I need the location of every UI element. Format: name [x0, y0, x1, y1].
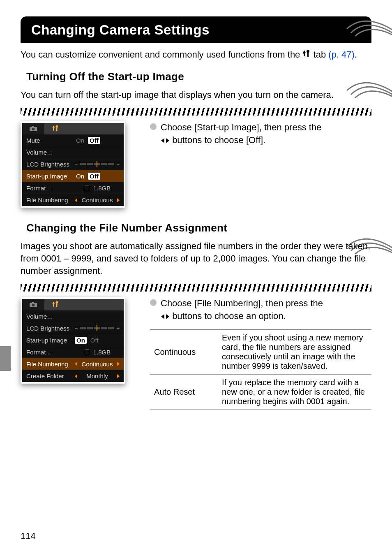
lcd-value: −+ — [75, 161, 120, 167]
lcd-row: Format…1.8GB — [22, 346, 124, 358]
lcd-value: OnOff — [75, 337, 120, 344]
lcd-row: Format…1.8GB — [22, 182, 124, 194]
lcd-row: LCD Brightness−+ — [22, 158, 124, 170]
section-intro: You can turn off the start-up image that… — [21, 89, 371, 101]
svg-marker-20 — [161, 314, 164, 319]
camera-tab-icon — [22, 299, 44, 310]
svg-point-1 — [303, 51, 306, 54]
camera-tab-icon — [22, 123, 44, 134]
lcd-screenshot-filenum: Volume…LCD Brightness−+Start-up ImageOnO… — [21, 297, 125, 384]
lcd-row: LCD Brightness−+ — [22, 322, 124, 334]
page-ref-link[interactable]: (p. 47) — [328, 49, 355, 60]
lcd-row: Volume… — [22, 146, 124, 158]
table-row: Auto Reset If you replace the memory car… — [150, 375, 371, 410]
intro-part: tab — [314, 49, 329, 60]
lcd-row: File NumberingContinuous — [22, 194, 124, 206]
lcd-label: Create Folder — [26, 373, 75, 379]
lcd-value: OnOff — [75, 137, 120, 144]
page-number: 114 — [21, 531, 36, 541]
table-row: Continuous Even if you shoot using a new… — [150, 330, 371, 375]
bullet-text: Choose [Start-up Image], then press the — [161, 122, 321, 132]
section-title-filenum: Changing the File Number Assignment — [26, 222, 371, 234]
svg-rect-15 — [32, 302, 34, 303]
lcd-row: Create FolderMonthly — [22, 370, 124, 382]
lcd-label: File Numbering — [26, 197, 75, 204]
svg-rect-3 — [307, 50, 309, 53]
svg-marker-21 — [166, 314, 169, 319]
lcd-value: Monthly — [75, 373, 120, 379]
lcd-tabs — [22, 299, 124, 310]
lcd-label: Start-up Image — [26, 173, 75, 180]
tools-tab-icon — [44, 123, 67, 134]
left-right-arrows-icon — [161, 311, 170, 324]
section-intro: Images you shoot are automatically assig… — [21, 240, 371, 277]
side-tab-marker — [0, 346, 11, 371]
bullet-text: Choose [File Numbering], then press the — [161, 298, 323, 308]
lcd-label: File Numbering — [26, 361, 75, 368]
option-name: Auto Reset — [150, 375, 218, 410]
lcd-label: LCD Brightness — [26, 325, 75, 332]
svg-point-14 — [32, 304, 35, 307]
tools-icon — [302, 50, 311, 62]
options-table: Continuous Even if you shoot using a new… — [150, 329, 371, 410]
svg-marker-11 — [161, 138, 164, 143]
intro-text: You can customize convenient and commonl… — [21, 49, 371, 62]
lcd-label: Volume… — [26, 313, 75, 320]
instruction-bullet: Choose [Start-up Image], then press the … — [150, 121, 371, 148]
lcd-value: 1.8GB — [75, 349, 120, 356]
section-divider — [21, 284, 371, 292]
lcd-label: Format… — [26, 185, 75, 192]
svg-rect-6 — [32, 126, 34, 127]
svg-rect-19 — [56, 301, 58, 303]
page-title: Changing Camera Settings — [21, 16, 371, 43]
lcd-screenshot-startup: MuteOnOffVolume…LCD Brightness−+Start-up… — [21, 121, 125, 208]
bullet-text: buttons to choose an option. — [172, 311, 286, 321]
bullet-text: buttons to choose [Off]. — [172, 135, 265, 145]
option-name: Continuous — [150, 330, 218, 375]
lcd-tabs — [22, 123, 124, 134]
lcd-value: −+ — [75, 325, 120, 331]
svg-point-8 — [53, 127, 55, 129]
intro-part: You can customize convenient and commonl… — [21, 49, 302, 60]
lcd-value: Continuous — [75, 361, 120, 368]
lcd-row: Start-up ImageOnOff — [22, 170, 124, 182]
svg-point-17 — [53, 303, 55, 305]
lcd-row: Start-up ImageOnOff — [22, 334, 124, 346]
svg-point-5 — [32, 128, 35, 131]
section-title-startup: Turning Off the Start-up Image — [26, 70, 371, 83]
lcd-label: Mute — [26, 137, 75, 144]
lcd-value: OnOff — [75, 173, 120, 180]
instruction-bullet: Choose [File Numbering], then press the … — [150, 297, 371, 324]
svg-marker-12 — [166, 138, 169, 143]
intro-part: . — [355, 49, 357, 60]
left-right-arrows-icon — [161, 135, 170, 148]
lcd-value: 1.8GB — [75, 185, 120, 192]
option-desc: If you replace the memory card with a ne… — [218, 375, 371, 410]
section-divider — [21, 108, 371, 116]
lcd-label: LCD Brightness — [26, 161, 75, 168]
lcd-row: File NumberingContinuous — [22, 358, 124, 370]
lcd-value: Continuous — [75, 197, 120, 204]
lcd-label: Format… — [26, 349, 75, 356]
tools-tab-icon — [44, 299, 67, 310]
option-desc: Even if you shoot using a new memory car… — [218, 330, 371, 375]
svg-rect-10 — [56, 125, 58, 127]
lcd-label: Volume… — [26, 149, 75, 156]
lcd-row: MuteOnOff — [22, 134, 124, 146]
lcd-row: Volume… — [22, 310, 124, 322]
lcd-label: Start-up Image — [26, 337, 75, 344]
